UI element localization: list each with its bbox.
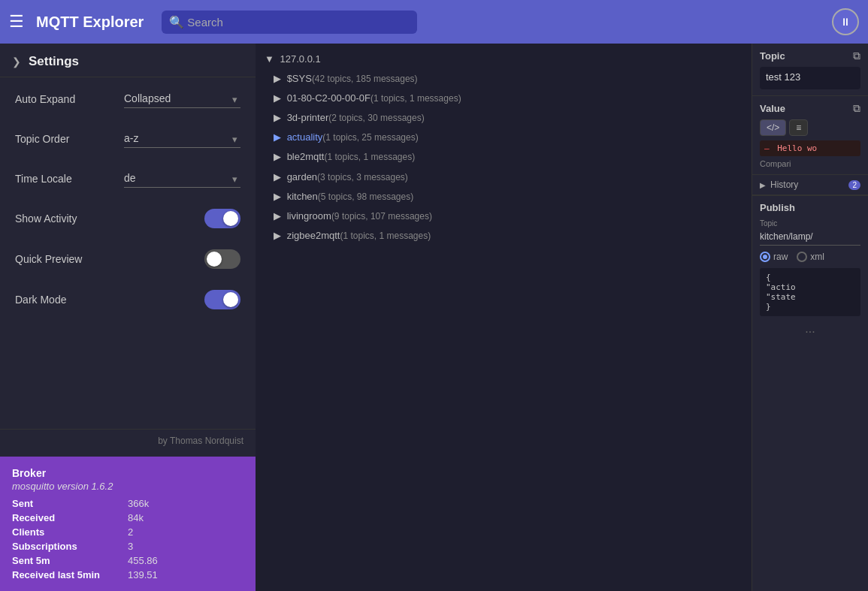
- topic-section-header: Topic ⧉: [760, 50, 860, 62]
- hamburger-icon[interactable]: ☰: [9, 12, 24, 32]
- message-sub: Compari: [760, 159, 860, 168]
- broker-stat-value-2: 2: [128, 526, 243, 538]
- pause-button[interactable]: ⏸: [832, 8, 859, 35]
- settings-select-1[interactable]: a-zz-aRecent: [124, 129, 240, 148]
- settings-row-auto-expand: Auto ExpandCollapsed1 Level2 LevelsAll▾: [15, 89, 240, 108]
- pause-icon: ⏸: [840, 16, 851, 28]
- dots-indicator: ···: [752, 322, 868, 342]
- topic-name: kitchen: [287, 191, 318, 202]
- topic-tree-item[interactable]: ▶ zigbee2mqtt(1 topics, 1 messages): [256, 226, 752, 246]
- topic-value: test 123: [760, 67, 860, 89]
- topic-tree-item[interactable]: ▶ garden(3 topics, 3 messages): [256, 167, 752, 187]
- topic-name: garden: [287, 171, 317, 182]
- view-list-button[interactable]: ≡: [789, 119, 808, 136]
- toggle-dark-mode[interactable]: [204, 290, 240, 309]
- format-option-raw[interactable]: raw: [760, 252, 788, 262]
- broker-stat-value-1: 84k: [128, 512, 243, 523]
- publish-topic-input[interactable]: [760, 230, 860, 246]
- json-line: "state: [766, 292, 854, 302]
- copy-value-button[interactable]: ⧉: [853, 102, 860, 115]
- settings-row-quick-preview: Quick Preview: [15, 249, 240, 269]
- json-preview: { "actio "state }: [760, 268, 860, 316]
- topic-tree-item[interactable]: ▶ livingroom(9 topics, 107 messages): [256, 207, 752, 226]
- topic-name: ble2mqtt: [287, 151, 325, 162]
- top-nav: ☰ MQTT Explorer 🔍 ⏸: [0, 0, 868, 44]
- radio-xml: [797, 252, 807, 262]
- topic-meta: (1 topics, 1 messages): [370, 93, 461, 104]
- topic-name: livingroom: [287, 210, 331, 222]
- settings-panel: ❯ Settings Auto ExpandCollapsed1 Level2 …: [0, 44, 256, 591]
- settings-chevron-icon[interactable]: ❯: [12, 56, 21, 68]
- settings-title: Settings: [29, 54, 79, 69]
- settings-row-dark-mode: Dark Mode: [15, 290, 240, 309]
- topic-tree-item[interactable]: ▶ 3d-printer(2 topics, 30 messages): [256, 108, 752, 128]
- settings-header: ❯ Settings: [0, 44, 256, 77]
- topic-name: $SYS: [287, 73, 312, 84]
- publish-topic-label: Topic: [760, 219, 860, 228]
- format-label-raw: raw: [773, 252, 788, 262]
- copy-topic-button[interactable]: ⧉: [853, 50, 860, 62]
- search-wrap: 🔍: [162, 11, 417, 34]
- topic-meta: (42 topics, 185 messages): [312, 74, 418, 84]
- topic-tree-item[interactable]: ▼ 127.0.0.1: [256, 50, 752, 69]
- expand-icon: ▶: [274, 191, 284, 202]
- topic-tree-item[interactable]: ▶ $SYS(42 topics, 185 messages): [256, 69, 752, 89]
- toggle-show-activity[interactable]: [204, 209, 240, 228]
- topic-tree-item[interactable]: ▶ 01-80-C2-00-00-0F(1 topics, 1 messages…: [256, 89, 752, 108]
- app-title: MQTT Explorer: [36, 14, 144, 31]
- broker-version: mosquitto version 1.6.2: [12, 481, 243, 492]
- broker-stat-label-3: Subscriptions: [12, 541, 128, 552]
- message-diff: Hello wo: [760, 140, 860, 156]
- broker-stat-value-3: 3: [128, 541, 243, 552]
- main-body: ❯ Settings Auto ExpandCollapsed1 Level2 …: [0, 44, 868, 591]
- publish-section: Publish Topic rawxml { "actio "state }: [752, 195, 868, 322]
- publish-title: Publish: [760, 202, 860, 213]
- value-section-header: Value ⧉: [760, 102, 860, 115]
- search-input[interactable]: [162, 11, 417, 34]
- topics-panel[interactable]: ▼ 127.0.0.1▶ $SYS(42 topics, 185 message…: [256, 44, 752, 591]
- format-label-xml: xml: [810, 252, 824, 262]
- expand-icon: ▶: [274, 92, 284, 104]
- broker-stat-label-2: Clients: [12, 526, 128, 538]
- value-section-title: Value: [760, 103, 785, 114]
- settings-label-0: Auto Expand: [15, 93, 75, 105]
- expand-icon: ▶: [274, 151, 284, 162]
- broker-stat-label-4: Sent 5m: [12, 555, 128, 566]
- topic-tree-item[interactable]: ▶ kitchen(5 topics, 98 messages): [256, 187, 752, 207]
- search-icon: 🔍: [169, 15, 184, 29]
- topic-meta: (1 topics, 1 messages): [340, 231, 431, 241]
- settings-footer: by Thomas Nordquist: [0, 429, 256, 457]
- topic-name: 01-80-C2-00-00-0F: [287, 92, 370, 104]
- format-row: rawxml: [760, 252, 860, 262]
- broker-stat-label-1: Received: [12, 512, 128, 523]
- view-code-button[interactable]: </>: [760, 119, 786, 136]
- json-line: }: [766, 302, 854, 312]
- broker-stat-label-5: Received last 5min: [12, 569, 128, 580]
- right-panel: Topic ⧉ test 123 Value ⧉ </> ≡ Hello wo …: [752, 44, 868, 591]
- topic-name: 3d-printer: [287, 112, 329, 123]
- topic-name: actuality: [287, 131, 323, 143]
- settings-row-show-activity: Show Activity: [15, 209, 240, 228]
- settings-select-0[interactable]: Collapsed1 Level2 LevelsAll: [124, 89, 240, 108]
- view-toggle: </> ≡: [760, 119, 860, 136]
- topic-section: Topic ⧉ test 123: [752, 44, 868, 96]
- broker-section: Brokermosquitto version 1.6.2Sent366kRec…: [0, 457, 256, 591]
- broker-stat-value-0: 366k: [128, 498, 243, 509]
- format-option-xml[interactable]: xml: [797, 252, 824, 262]
- history-row[interactable]: ▶ History 2: [752, 175, 868, 195]
- history-arrow-icon: ▶: [760, 181, 766, 189]
- settings-body: Auto ExpandCollapsed1 Level2 LevelsAll▾T…: [0, 77, 256, 429]
- settings-label-1: Topic Order: [15, 133, 69, 145]
- topic-name: 127.0.0.1: [280, 53, 320, 65]
- topic-meta: (9 topics, 107 messages): [331, 211, 432, 222]
- history-badge: 2: [848, 180, 860, 190]
- topic-tree-item[interactable]: ▶ ble2mqtt(1 topics, 1 messages): [256, 147, 752, 167]
- toggle-quick-preview[interactable]: [204, 249, 240, 269]
- topic-meta: (1 topics, 1 messages): [325, 152, 416, 162]
- topic-section-title: Topic: [760, 50, 785, 62]
- json-line: {: [766, 273, 854, 282]
- settings-select-2[interactable]: deenfrja: [124, 169, 240, 188]
- expand-icon: ▶: [274, 210, 284, 222]
- broker-stat-value-4: 455.86: [128, 555, 243, 566]
- topic-tree-item[interactable]: ▶ actuality(1 topics, 25 messages): [256, 128, 752, 147]
